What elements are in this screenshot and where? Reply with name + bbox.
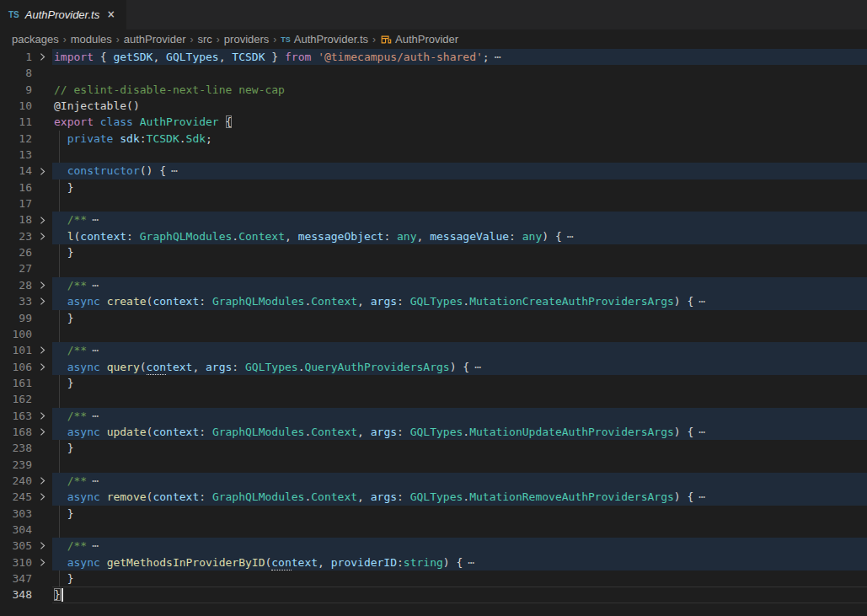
code-line[interactable]: 163 /**⋯ [0, 408, 867, 424]
code-line[interactable]: 106 async query(context, args: GQLTypes.… [0, 359, 867, 375]
code-line[interactable]: 17 [0, 196, 867, 212]
line-number[interactable]: 8 [0, 65, 32, 81]
code-line[interactable]: 100 [0, 326, 867, 342]
line-number[interactable]: 17 [0, 196, 32, 212]
code-line[interactable]: 245 async remove(context: GraphQLModules… [0, 489, 867, 505]
code-line[interactable]: 10@Injectable() [0, 98, 867, 114]
breadcrumb-item-authprovider-ts[interactable]: TSAuthProvider.ts [281, 33, 368, 46]
line-number[interactable]: 99 [0, 310, 32, 326]
code-line[interactable]: 101 /**⋯ [0, 342, 867, 358]
close-icon[interactable]: × [105, 8, 116, 22]
fold-chevron-icon[interactable] [32, 489, 52, 505]
breadcrumb-item-providers[interactable]: providers [224, 33, 269, 46]
fold-ellipsis[interactable]: ⋯ [92, 344, 99, 356]
fold-ellipsis[interactable]: ⋯ [92, 474, 99, 487]
code-line[interactable]: 239 [0, 457, 867, 473]
code-line[interactable]: 161 } [0, 375, 867, 391]
fold-ellipsis[interactable]: ⋯ [171, 164, 179, 177]
code-line[interactable]: 33 async create(context: GraphQLModules.… [0, 293, 867, 309]
line-number[interactable]: 303 [0, 506, 32, 522]
fold-ellipsis[interactable]: ⋯ [92, 279, 99, 292]
line-number[interactable]: 100 [0, 326, 32, 342]
code-line[interactable]: 28 /**⋯ [0, 277, 867, 293]
tab-authprovider[interactable]: TS AuthProvider.ts × [0, 0, 127, 29]
line-number[interactable]: 28 [0, 277, 32, 293]
code-line[interactable]: 9// eslint-disable-next-line new-cap [0, 82, 867, 98]
fold-chevron-icon[interactable] [32, 538, 52, 554]
code-editor[interactable]: 1import { getSDK, GQLTypes, TCSDK } from… [0, 49, 867, 603]
code-line[interactable]: 14 constructor() {⋯ [0, 163, 867, 179]
line-number[interactable]: 23 [0, 228, 32, 244]
line-number[interactable]: 305 [0, 538, 32, 554]
code-line[interactable]: 13 [0, 147, 867, 163]
code-line[interactable]: 12 private sdk:TCSDK.Sdk; [0, 131, 867, 147]
code-line[interactable]: 162 [0, 391, 867, 407]
code-line[interactable]: 310 async getMethodsInProviderByID(conte… [0, 554, 867, 570]
line-number[interactable]: 9 [0, 82, 32, 98]
line-number[interactable]: 106 [0, 359, 32, 375]
code-line[interactable]: 304 [0, 522, 867, 538]
code-line[interactable]: 347 } [0, 570, 867, 587]
line-number[interactable]: 162 [0, 391, 32, 407]
line-number[interactable]: 11 [0, 114, 32, 130]
line-number[interactable]: 245 [0, 489, 32, 505]
fold-chevron-icon[interactable] [32, 359, 52, 375]
fold-chevron-icon[interactable] [32, 49, 52, 65]
code-line[interactable]: 305 /**⋯ [0, 538, 867, 554]
fold-chevron-icon[interactable] [32, 424, 52, 440]
line-number[interactable]: 348 [0, 587, 32, 603]
breadcrumb-item-modules[interactable]: modules [71, 33, 112, 46]
line-number[interactable]: 238 [0, 440, 32, 456]
fold-ellipsis[interactable]: ⋯ [495, 51, 502, 63]
fold-ellipsis[interactable]: ⋯ [92, 539, 99, 552]
code-line[interactable]: 18 /**⋯ [0, 212, 867, 228]
line-number[interactable]: 239 [0, 457, 32, 473]
line-number[interactable]: 27 [0, 260, 32, 276]
fold-ellipsis[interactable]: ⋯ [698, 490, 706, 503]
line-number[interactable]: 16 [0, 179, 32, 196]
breadcrumb-item-authprovider[interactable]: authProvider [124, 33, 186, 46]
fold-chevron-icon[interactable] [32, 277, 52, 293]
line-number[interactable]: 12 [0, 131, 32, 147]
fold-chevron-icon[interactable] [32, 408, 52, 424]
fold-chevron-icon[interactable] [32, 293, 52, 309]
line-number[interactable]: 1 [0, 49, 32, 65]
fold-chevron-icon[interactable] [32, 228, 52, 244]
fold-ellipsis[interactable]: ⋯ [567, 230, 575, 243]
line-number[interactable]: 18 [0, 212, 32, 228]
code-line[interactable]: 8 [0, 65, 867, 81]
code-line[interactable]: 99 } [0, 310, 867, 326]
line-number[interactable]: 304 [0, 522, 32, 538]
code-line[interactable]: 27 [0, 260, 867, 276]
code-line[interactable]: 16 } [0, 179, 867, 196]
code-line[interactable]: 238 } [0, 440, 867, 456]
line-number[interactable]: 310 [0, 554, 32, 570]
fold-ellipsis[interactable]: ⋯ [698, 426, 706, 438]
line-number[interactable]: 26 [0, 244, 32, 260]
fold-ellipsis[interactable]: ⋯ [92, 213, 99, 226]
fold-chevron-icon[interactable] [32, 473, 52, 489]
code-line[interactable]: 303 } [0, 506, 867, 522]
line-number[interactable]: 10 [0, 98, 32, 114]
code-line[interactable]: 11export class AuthProvider { [0, 114, 867, 130]
breadcrumb-item-authprovider[interactable]: AuthProvider [380, 33, 458, 46]
fold-ellipsis[interactable]: ⋯ [698, 295, 706, 308]
code-line[interactable]: 23 l(context: GraphQLModules.Context, me… [0, 228, 867, 244]
line-number[interactable]: 240 [0, 473, 32, 489]
fold-ellipsis[interactable]: ⋯ [474, 361, 482, 373]
code-line[interactable]: 26 } [0, 244, 867, 260]
line-number[interactable]: 33 [0, 293, 32, 309]
code-line[interactable]: 1import { getSDK, GQLTypes, TCSDK } from… [0, 49, 867, 65]
line-number[interactable]: 14 [0, 163, 32, 179]
code-line[interactable]: 168 async update(context: GraphQLModules… [0, 424, 867, 440]
fold-chevron-icon[interactable] [32, 212, 52, 228]
line-number[interactable]: 13 [0, 147, 32, 163]
line-number[interactable]: 347 [0, 570, 32, 587]
line-number[interactable]: 101 [0, 342, 32, 358]
breadcrumb-item-src[interactable]: src [198, 33, 212, 46]
fold-chevron-icon[interactable] [32, 554, 52, 570]
code-line[interactable]: 240 /**⋯ [0, 473, 867, 489]
line-number[interactable]: 168 [0, 424, 32, 440]
fold-ellipsis[interactable]: ⋯ [468, 556, 475, 569]
code-line[interactable]: 348} [0, 587, 867, 603]
